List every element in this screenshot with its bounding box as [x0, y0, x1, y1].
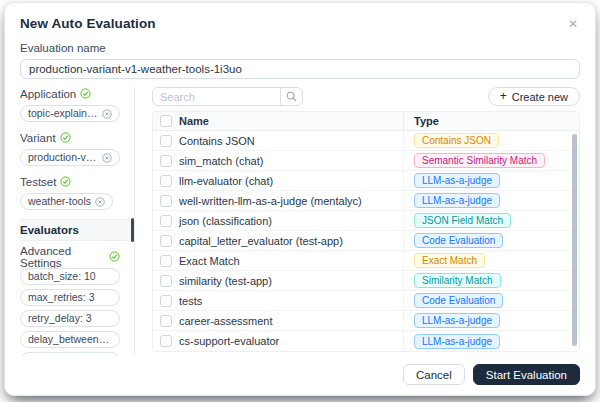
evaluator-type-cell: LLM-as-a-judge — [403, 191, 579, 210]
advanced-setting-tag: retry_delay: 3 — [20, 310, 120, 327]
evaluator-name: cs-support-evaluator — [179, 335, 403, 347]
sidebar-section: Testset weather-tools — [20, 175, 120, 210]
evaluator-type-badge: Contains JSON — [414, 133, 499, 148]
sidebar-section: Application topic-explainer-tracedss — [20, 87, 120, 122]
row-checkbox[interactable] — [160, 315, 172, 327]
advanced-setting-tag: delay_between_batches: 5 — [20, 331, 120, 348]
evaluator-type-badge: LLM-as-a-judge — [414, 173, 500, 188]
row-checkbox[interactable] — [160, 135, 172, 147]
evaluator-toolbar: + Create new — [152, 87, 580, 106]
evaluator-type-cell: LLM-as-a-judge — [403, 331, 579, 351]
sidebar-sections: Application topic-explainer-tracedss Var… — [20, 87, 120, 210]
advanced-settings-label: Advanced Settings — [20, 250, 120, 263]
table-row[interactable]: sim_match (chat) Semantic Similarity Mat… — [153, 151, 579, 171]
table-row[interactable]: json (classification) JSON Field Match — [153, 211, 579, 231]
section-tag-text: production-variant - v1 — [28, 151, 98, 164]
sidebar-item-evaluators[interactable]: Evaluators — [20, 219, 134, 241]
row-checkbox-cell — [153, 235, 179, 247]
evaluator-type-badge: JSON Field Match — [414, 213, 511, 228]
close-circle-icon[interactable] — [102, 109, 112, 119]
modal-footer: Cancel Start Evaluation — [20, 356, 580, 385]
evaluation-name-label: Evaluation name — [20, 42, 580, 54]
evaluator-table-body: Contains JSON Contains JSON sim_match (c… — [153, 131, 579, 351]
evaluator-type-cell: Code Evaluation — [403, 231, 579, 250]
row-checkbox-cell — [153, 175, 179, 187]
evaluator-type-badge: Semantic Similarity Match — [414, 153, 545, 168]
search-input[interactable] — [153, 91, 280, 103]
cancel-button[interactable]: Cancel — [403, 364, 465, 385]
section-label: Variant — [20, 132, 56, 144]
check-circle-icon — [109, 251, 120, 262]
evaluator-type-cell: LLM-as-a-judge — [403, 171, 579, 190]
row-checkbox[interactable] — [160, 195, 172, 207]
plus-icon: + — [500, 91, 507, 102]
section-tag: weather-tools — [20, 193, 113, 210]
table-row[interactable]: well-written-llm-as-a-judge (mentalyc) L… — [153, 191, 579, 211]
close-icon[interactable]: ✕ — [566, 16, 580, 32]
check-circle-icon — [60, 176, 71, 187]
table-row[interactable]: llm-evaluator (chat) LLM-as-a-judge — [153, 171, 579, 191]
table-scrollbar[interactable] — [572, 134, 577, 346]
table-row[interactable]: career-assessment LLM-as-a-judge — [153, 311, 579, 331]
evaluator-type-badge: LLM-as-a-judge — [414, 334, 500, 349]
row-checkbox-cell — [153, 135, 179, 147]
row-checkbox-cell — [153, 215, 179, 227]
evaluator-name: json (classification) — [179, 215, 403, 227]
evaluator-type-badge: Exact Match — [414, 253, 485, 268]
row-checkbox[interactable] — [160, 235, 172, 247]
evaluator-name: similarity (test-app) — [179, 275, 403, 287]
row-checkbox-cell — [153, 155, 179, 167]
section-label-row: Variant — [20, 131, 120, 144]
table-row[interactable]: similarity (test-app) Similarity Match — [153, 271, 579, 291]
row-checkbox-cell — [153, 255, 179, 267]
row-checkbox[interactable] — [160, 335, 172, 347]
evaluator-type-badge: LLM-as-a-judge — [414, 313, 500, 328]
header-checkbox-cell — [153, 115, 179, 127]
check-circle-icon — [80, 88, 91, 99]
evaluator-type-cell: Similarity Match — [403, 271, 579, 290]
section-label: Testset — [20, 176, 56, 188]
column-header-name: Name — [179, 115, 403, 127]
section-tag: production-variant - v1 — [20, 149, 120, 166]
search-box — [152, 87, 303, 106]
evaluator-type-cell: Code Evaluation — [403, 291, 579, 310]
evaluator-type-cell: JSON Field Match — [403, 211, 579, 230]
table-row[interactable]: Exact Match Exact Match — [153, 251, 579, 271]
evaluator-type-cell: Semantic Similarity Match — [403, 151, 579, 170]
close-circle-icon[interactable] — [102, 153, 112, 163]
search-icon[interactable] — [280, 88, 302, 105]
evaluators-label: Evaluators — [20, 224, 79, 236]
row-checkbox[interactable] — [160, 215, 172, 227]
evaluator-name: capital_letter_evaluator (test-app) — [179, 235, 403, 247]
row-checkbox[interactable] — [160, 155, 172, 167]
modal-header: New Auto Evaluation ✕ — [20, 16, 580, 32]
section-tag-text: weather-tools — [28, 195, 91, 208]
row-checkbox-cell — [153, 195, 179, 207]
table-row[interactable]: cs-support-evaluator LLM-as-a-judge — [153, 331, 579, 351]
table-row[interactable]: Contains JSON Contains JSON — [153, 131, 579, 151]
evaluator-name: well-written-llm-as-a-judge (mentalyc) — [179, 195, 403, 207]
modal-content: Application topic-explainer-tracedss Var… — [20, 87, 580, 356]
row-checkbox[interactable] — [160, 275, 172, 287]
section-tag-text: topic-explainer-tracedss — [28, 107, 98, 120]
evaluator-type-cell: LLM-as-a-judge — [403, 311, 579, 330]
section-label: Application — [20, 88, 76, 100]
advanced-settings-text: Advanced Settings — [20, 245, 105, 269]
row-checkbox[interactable] — [160, 255, 172, 267]
select-all-checkbox[interactable] — [160, 115, 172, 127]
new-auto-evaluation-modal: New Auto Evaluation ✕ Evaluation name Ap… — [4, 2, 596, 396]
create-new-label: Create new — [512, 91, 568, 103]
evaluator-name: Exact Match — [179, 255, 403, 267]
row-checkbox[interactable] — [160, 175, 172, 187]
table-row[interactable]: capital_letter_evaluator (test-app) Code… — [153, 231, 579, 251]
evaluator-name: Contains JSON — [179, 135, 403, 147]
column-header-type: Type — [403, 112, 579, 130]
advanced-setting-tag: max_retries: 3 — [20, 289, 120, 306]
start-evaluation-button[interactable]: Start Evaluation — [473, 364, 580, 385]
table-row[interactable]: tests Code Evaluation — [153, 291, 579, 311]
evaluation-name-input[interactable] — [20, 59, 580, 79]
modal-title: New Auto Evaluation — [20, 16, 156, 31]
row-checkbox[interactable] — [160, 295, 172, 307]
close-circle-icon[interactable] — [95, 197, 105, 207]
create-new-button[interactable]: + Create new — [488, 87, 580, 106]
